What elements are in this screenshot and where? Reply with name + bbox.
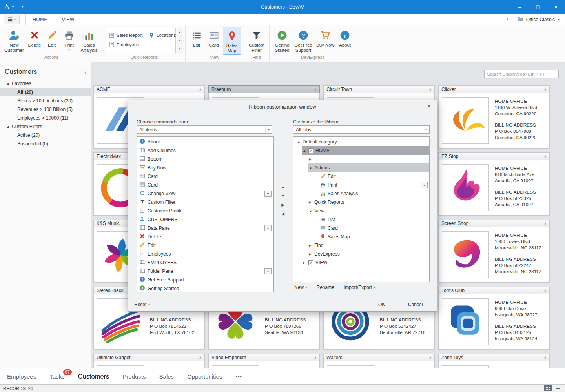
tree-node-card[interactable]: Card: [293, 224, 429, 232]
tree-node-print[interactable]: Print▼: [293, 181, 429, 189]
card-header[interactable]: ACME∧: [93, 85, 205, 93]
command-item-customers[interactable]: CUSTOMERS: [137, 215, 273, 224]
tree-node-sales-map[interactable]: Sales Map: [293, 232, 429, 241]
command-item-bottom[interactable]: Bottom: [137, 155, 273, 163]
card-header[interactable]: Screen Shop∧: [438, 220, 550, 227]
collapse-triangle-icon[interactable]: ▶: [308, 158, 312, 161]
dialog-close-icon[interactable]: ×: [427, 103, 431, 109]
collapse-triangle-icon[interactable]: ▶: [308, 252, 312, 256]
customize-ribbon-combobox[interactable]: All tabs ▼: [293, 125, 430, 134]
bottom-tab-tasks[interactable]: Tasks87: [49, 373, 64, 380]
bottom-tab-sales[interactable]: Sales: [159, 373, 174, 380]
tree-node-devexpress[interactable]: ▶DevExpress: [293, 250, 429, 258]
collapse-sidebar-icon[interactable]: ‹: [84, 69, 86, 75]
expand-triangle-icon[interactable]: ◢: [308, 166, 312, 170]
bottom-tab-products[interactable]: Products: [122, 373, 146, 380]
sidebar-item-employees-10000-11[interactable]: Employees > 10000 (11): [0, 114, 91, 122]
sales-analysis-button[interactable]: Sales Analysis: [78, 27, 100, 55]
command-item-customer-profile[interactable]: Customer Profile: [137, 207, 273, 215]
collapse-chevron-icon[interactable]: ∧: [429, 356, 432, 359]
buy-now-button[interactable]: Buy Now: [315, 27, 336, 55]
search-input[interactable]: [484, 70, 559, 78]
tree-node-edit[interactable]: Edit: [293, 172, 429, 181]
add-command-button[interactable]: ▶: [281, 203, 284, 207]
collapse-chevron-icon[interactable]: ∧: [544, 221, 547, 225]
command-item-get-free-support[interactable]: ?Get Free Support: [137, 276, 273, 284]
about-button[interactable]: i About: [337, 27, 353, 55]
sidebar-item-all-20[interactable]: All (20): [0, 88, 91, 96]
command-item-edit[interactable]: Edit: [137, 241, 273, 250]
chevron-down-icon[interactable]: ▼: [423, 126, 429, 133]
cancel-button[interactable]: Cancel: [408, 302, 423, 307]
tree-node-home[interactable]: ◢✓HOME: [293, 146, 429, 155]
bottom-tab-overflow[interactable]: •••: [235, 373, 242, 380]
command-item-employees[interactable]: Employees: [137, 250, 273, 258]
tree-node-find[interactable]: ▶Find: [293, 241, 429, 250]
collapse-chevron-icon[interactable]: ∧: [199, 87, 202, 91]
custom-filter-button[interactable]: Custom Filter: [247, 27, 266, 55]
command-item-custom-filter[interactable]: Custom Filter: [137, 198, 273, 207]
command-item-card[interactable]: Card: [137, 172, 273, 181]
move-up-button[interactable]: ▲: [281, 185, 285, 189]
gallery-down-button[interactable]: ▾: [177, 36, 182, 45]
maximize-button[interactable]: □: [529, 0, 547, 14]
quick-report-locations[interactable]: Locations: [149, 32, 176, 39]
tree-node-list[interactable]: List: [293, 215, 429, 224]
close-button[interactable]: ×: [547, 0, 565, 14]
combo-dropdown[interactable]: ▼: [264, 225, 272, 231]
command-item-getting-started[interactable]: Getting Started: [137, 284, 273, 292]
sidebar-item-active-20[interactable]: Active (20): [0, 131, 91, 140]
command-item-folder-pane[interactable]: Folder Pane▼: [137, 267, 273, 276]
combo-dropdown[interactable]: ▼: [264, 268, 272, 274]
chevron-down-icon[interactable]: ▼: [265, 126, 272, 133]
collapse-ribbon-icon[interactable]: ∧: [506, 17, 509, 22]
card-header[interactable]: Braeburn∧: [208, 85, 320, 93]
chevron-down-icon[interactable]: ▾: [558, 18, 560, 21]
card-header[interactable]: Ultimate Gadget∧: [93, 354, 205, 361]
command-item-buy-now[interactable]: Buy Now: [137, 163, 273, 172]
collapse-chevron-icon[interactable]: ∧: [314, 356, 317, 359]
quick-report-employees[interactable]: Employees: [109, 42, 149, 48]
collapse-triangle-icon[interactable]: ▶: [308, 201, 312, 204]
app-menu-button[interactable]: ▾: [4, 15, 20, 24]
tree-node-view[interactable]: ◢View: [293, 207, 429, 215]
ok-button[interactable]: OK: [378, 302, 385, 307]
collapse-chevron-icon[interactable]: ∧: [544, 154, 547, 158]
expand-triangle-icon[interactable]: ◢: [296, 140, 301, 144]
tree-node-default-category[interactable]: ◢Default category: [293, 138, 429, 146]
print-button[interactable]: Print ▾: [61, 27, 77, 55]
tree-node-quick-reports[interactable]: ▶Quick Reports: [293, 198, 429, 207]
card-header[interactable]: Walters∧: [323, 354, 435, 361]
collapse-chevron-icon[interactable]: ∧: [544, 87, 547, 91]
gallery-up-button[interactable]: ▴: [177, 28, 182, 36]
card-header[interactable]: Clicker∧: [438, 85, 550, 93]
card-header[interactable]: Tom's Club∧: [438, 287, 550, 294]
command-item-add-columns[interactable]: Add Columns: [137, 146, 273, 155]
import-export-button[interactable]: Import/Export▾: [344, 285, 375, 290]
bottom-tab-employees[interactable]: Employees: [7, 373, 36, 380]
choose-commands-combobox[interactable]: All items ▼: [137, 125, 272, 134]
tree-node-empty[interactable]: ▶: [293, 155, 429, 163]
new-button[interactable]: New▾: [294, 285, 307, 290]
skin-selector[interactable]: ∧ Office Classic ▾: [506, 14, 565, 25]
command-item-employees[interactable]: EMPLOYEES: [137, 258, 273, 267]
reset-button[interactable]: Reset▾: [134, 302, 150, 307]
command-item-delete[interactable]: Delete: [137, 232, 273, 241]
get-free-support-button[interactable]: ? Get Free Support: [293, 27, 314, 55]
checkbox[interactable]: ✓: [308, 260, 313, 265]
sidebar-item-suspended-0[interactable]: Suspended (0): [0, 140, 91, 148]
collapse-chevron-icon[interactable]: ∧: [544, 356, 547, 359]
combo-dropdown[interactable]: ▼: [264, 191, 272, 197]
command-item-about[interactable]: iAbout: [137, 138, 273, 146]
tab-view[interactable]: VIEW: [55, 14, 82, 25]
card-header[interactable]: EZ Stop∧: [438, 152, 550, 160]
tab-home[interactable]: HOME: [25, 14, 55, 25]
bottom-tab-customers[interactable]: Customers: [78, 373, 109, 380]
tree-node-view[interactable]: ▶✓VIEW: [293, 258, 429, 267]
command-item-change-view[interactable]: Change View▼: [137, 189, 273, 198]
sales-map-button[interactable]: Sales Map: [223, 27, 241, 55]
expand-triangle-icon[interactable]: ◢: [302, 149, 306, 152]
collapse-chevron-icon[interactable]: ∧: [429, 87, 432, 91]
quick-report-sales-report[interactable]: Sales Report: [109, 32, 149, 39]
list-view-toggle-icon[interactable]: [554, 385, 562, 391]
